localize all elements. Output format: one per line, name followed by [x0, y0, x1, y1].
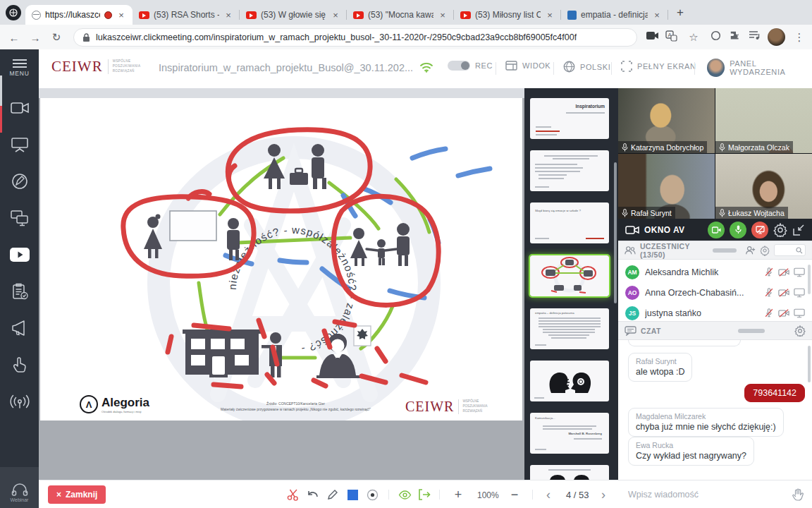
- video-lukasz[interactable]: Łukasz Wojtacha: [715, 154, 812, 219]
- mic-toggle-button[interactable]: [730, 222, 746, 238]
- chat-message-list[interactable]: Rafał Surynt ale wtopa :D 793641142 Magd…: [618, 340, 812, 480]
- browser-tab-youtube-3[interactable]: (53) "Mocna kawa wca ×: [347, 5, 454, 25]
- rec-toggle[interactable]: REC: [448, 61, 493, 71]
- view-menu[interactable]: WIDOK: [505, 61, 550, 71]
- thumbnail-slide-8[interactable]: [530, 465, 609, 480]
- sidebar-item-broadcast[interactable]: [0, 387, 39, 416]
- pencil-tool-button[interactable]: [325, 487, 340, 502]
- chat-gear-icon[interactable]: [794, 325, 806, 337]
- chat-message-input[interactable]: [627, 489, 787, 500]
- zoom-out-button[interactable]: −: [507, 487, 522, 502]
- tab-close-icon[interactable]: ×: [331, 10, 340, 20]
- participant-row[interactable]: AM Aleksandra Michlik: [618, 262, 812, 282]
- mic-muted-icon[interactable]: [764, 287, 774, 298]
- thumbnail-slide-1[interactable]: Inspiratorium: [530, 98, 609, 139]
- extensions-puzzle-icon[interactable]: [730, 30, 741, 42]
- tab-close-icon[interactable]: ×: [223, 10, 233, 20]
- av-settings-gear-icon[interactable]: [773, 223, 787, 237]
- event-panel-menu[interactable]: PANEL WYDARZENIA: [707, 59, 812, 77]
- presenter-avatar: [707, 59, 725, 77]
- screen-share-icon[interactable]: [794, 267, 805, 277]
- thumbnail-slide-5[interactable]: empatia – definicja potoczna: [530, 308, 609, 349]
- exit-presentation-button[interactable]: [417, 487, 432, 502]
- sidebar-item-tests[interactable]: [0, 277, 39, 306]
- color-swatch-button[interactable]: [345, 487, 360, 502]
- sidebar-item-survey[interactable]: [0, 167, 39, 196]
- screen-record-icon[interactable]: [646, 30, 659, 41]
- reload-button[interactable]: ↻: [48, 29, 65, 46]
- close-whiteboard-button[interactable]: × Zamknij: [48, 485, 106, 504]
- add-participant-icon[interactable]: [745, 245, 756, 255]
- thumbnail-slide-7[interactable]: Komunikacja... Marshall B. Rosenberg: [530, 413, 609, 454]
- current-slide[interactable]: niezależność? - współzależność? - zależn…: [40, 98, 522, 421]
- browser-menu-icon[interactable]: ⋮: [791, 29, 808, 46]
- tab-close-icon[interactable]: ×: [116, 10, 126, 20]
- address-bar[interactable]: lukaszceiwr.clickmeeting.com/inspiratori…: [73, 28, 637, 47]
- thumbnail-slide-2[interactable]: [530, 150, 609, 191]
- camera-off-icon[interactable]: [778, 288, 789, 298]
- sidebar-item-reactions[interactable]: [0, 350, 39, 380]
- zoom-in-button[interactable]: +: [450, 487, 466, 502]
- raise-hand-icon[interactable]: [792, 488, 804, 501]
- mic-muted-icon[interactable]: [764, 267, 774, 277]
- language-menu[interactable]: POLSKI: [563, 61, 610, 73]
- bookmark-star-icon[interactable]: ☆: [685, 29, 702, 46]
- thumbnail-slide-4-current[interactable]: [530, 255, 609, 296]
- visibility-tool-button[interactable]: [397, 487, 412, 502]
- fullscreen-button[interactable]: PEŁNY EKRAN: [621, 61, 696, 72]
- browser-tab-dictionary[interactable]: empatia - definicja, syn ×: [561, 5, 668, 25]
- chat-resize-pill[interactable]: [738, 329, 765, 333]
- participants-gear-icon[interactable]: [760, 245, 770, 256]
- tab-close-icon[interactable]: ×: [545, 10, 555, 20]
- participant-row[interactable]: AO Anna Orzech-Chabasiń...: [618, 282, 812, 303]
- forward-button[interactable]: →: [27, 29, 44, 46]
- video-katarzyna[interactable]: Katarzyna Dobrychłop: [618, 88, 715, 153]
- browser-profile-avatar[interactable]: [768, 28, 785, 46]
- sidebar-item-screen-share[interactable]: [0, 203, 39, 233]
- back-button[interactable]: ←: [6, 29, 23, 46]
- sidebar-item-webinar[interactable]: Webinar: [0, 467, 39, 508]
- chat-scrollbar[interactable]: [808, 346, 811, 382]
- tab-close-icon[interactable]: ×: [652, 10, 662, 20]
- sidebar-item-camera[interactable]: [0, 93, 39, 123]
- new-tab-button[interactable]: +: [671, 4, 689, 22]
- participants-scrollbar[interactable]: [808, 265, 811, 294]
- chat-header[interactable]: CZAT: [618, 321, 812, 340]
- pointer-tool-button[interactable]: [364, 487, 380, 502]
- sidebar-item-whiteboard[interactable]: [0, 130, 39, 159]
- menu-button[interactable]: MENU: [0, 54, 39, 82]
- translate-icon[interactable]: A: [665, 30, 677, 42]
- sidebar-item-cta[interactable]: [0, 313, 39, 343]
- participant-row[interactable]: JS justyna stańko: [618, 303, 812, 323]
- extension-circle-icon[interactable]: [710, 30, 721, 41]
- participant-search-input[interactable]: [774, 244, 806, 256]
- ceiwr-logo-subtext: WSPÓLNE POSZUKIWANIA ROZWIĄZAŃ: [108, 59, 154, 74]
- sidebar-item-youtube[interactable]: [0, 240, 39, 270]
- browser-tab-youtube-2[interactable]: (53) W głowie się nie m ×: [240, 5, 347, 25]
- playlist-icon[interactable]: [749, 30, 761, 40]
- previous-slide-button[interactable]: ‹: [541, 487, 556, 502]
- mic-muted-icon[interactable]: [764, 308, 774, 318]
- thumbnail-slide-3[interactable]: Skąd biorą się emocje w szkole ?: [530, 202, 609, 243]
- browser-tab-youtube-4[interactable]: (53) Miłosny list Ojca - ×: [454, 5, 561, 25]
- camera-off-icon[interactable]: [778, 308, 789, 318]
- browser-tab-meeting[interactable]: https://lukaszceiwr ×: [25, 5, 133, 25]
- browser-tab-youtube-1[interactable]: (53) RSA Shorts - The ×: [133, 5, 240, 25]
- video-malgorzata[interactable]: Małgorzata Olczak: [715, 88, 812, 153]
- rec-toggle-switch[interactable]: [448, 61, 470, 71]
- participants-resize-pill[interactable]: [713, 248, 737, 253]
- thumbnail-scrollbar[interactable]: [614, 162, 617, 303]
- screen-share-icon[interactable]: [794, 308, 805, 318]
- cut-tool-button[interactable]: [285, 487, 301, 502]
- screen-share-stop-button[interactable]: [751, 222, 768, 238]
- collapse-av-icon[interactable]: [792, 224, 805, 236]
- undo-button[interactable]: [305, 487, 321, 502]
- camera-off-icon[interactable]: [778, 267, 789, 277]
- next-slide-button[interactable]: ›: [596, 487, 611, 502]
- screen-share-icon[interactable]: [794, 288, 805, 298]
- camera-toggle-button[interactable]: [708, 222, 725, 238]
- video-rafal[interactable]: Rafał Surynt: [618, 154, 715, 219]
- tab-close-icon[interactable]: ×: [438, 10, 448, 20]
- thumbnail-slide-6[interactable]: [530, 361, 609, 401]
- participants-header[interactable]: UCZESTNICY (13/50): [618, 241, 812, 260]
